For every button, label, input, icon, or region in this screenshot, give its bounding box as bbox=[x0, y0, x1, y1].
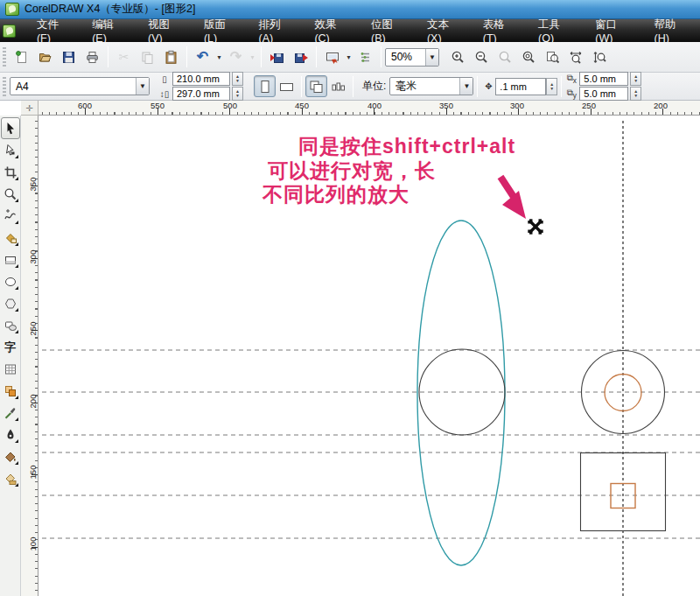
duplicate-x-spinner[interactable]: ▲▼ bbox=[630, 72, 641, 86]
eyedropper-tool[interactable] bbox=[1, 402, 20, 424]
document-icon[interactable] bbox=[3, 25, 16, 38]
units-label: 单位: bbox=[362, 79, 386, 94]
paper-width-spinner[interactable]: ▲▼ bbox=[232, 72, 243, 86]
duplicate-distance-group: ⧉x 5.0 mm ▲▼ ⧉y 5.0 mm ▲▼ bbox=[565, 72, 641, 101]
undo-dropdown[interactable]: ▾ bbox=[214, 46, 224, 69]
landscape-button[interactable] bbox=[276, 75, 298, 97]
nudge-field[interactable]: .1 mm bbox=[495, 78, 546, 95]
import-button[interactable] bbox=[265, 46, 289, 69]
hruler-label: 350 bbox=[439, 101, 453, 110]
freehand-tool[interactable] bbox=[1, 205, 20, 227]
hruler-label: 600 bbox=[78, 101, 92, 110]
paper-height-icon: ↕▯ bbox=[158, 89, 171, 99]
print-button[interactable] bbox=[80, 46, 104, 69]
all-pages-button[interactable] bbox=[305, 75, 327, 97]
save-button[interactable] bbox=[57, 46, 80, 69]
vruler-label: 350 bbox=[28, 174, 38, 195]
zoom-combo-arrow[interactable]: ▼ bbox=[425, 49, 438, 66]
scale-cursor-icon bbox=[529, 221, 542, 233]
welcome-screen-button[interactable] bbox=[354, 46, 377, 69]
copy-button[interactable] bbox=[136, 46, 159, 69]
hruler-label: 250 bbox=[582, 101, 596, 110]
duplicate-x-icon: ⧉x bbox=[565, 73, 578, 85]
paper-height-spinner[interactable]: ▲▼ bbox=[232, 87, 243, 101]
ruler-origin[interactable]: ✛ bbox=[21, 101, 38, 116]
fill-tool[interactable] bbox=[1, 445, 20, 467]
current-page-button[interactable] bbox=[327, 75, 349, 97]
open-button[interactable] bbox=[33, 46, 57, 69]
hruler-label: 500 bbox=[223, 101, 237, 110]
paper-type-value: A4 bbox=[16, 81, 29, 93]
zoom-in-button[interactable] bbox=[446, 46, 470, 69]
zoom-to-all-objects-button[interactable] bbox=[517, 46, 541, 69]
vertical-ruler[interactable]: 350 300 250 200 150 100 bbox=[21, 116, 38, 596]
rectangle-tool[interactable] bbox=[1, 249, 20, 270]
crop-tool[interactable] bbox=[1, 161, 20, 183]
launcher-dropdown[interactable]: ▾ bbox=[344, 46, 354, 69]
paper-type-arrow[interactable]: ▼ bbox=[136, 78, 149, 95]
vruler-label: 250 bbox=[28, 319, 38, 340]
zoom-out-button[interactable] bbox=[470, 46, 494, 69]
paper-height-field[interactable]: 297.0 mm bbox=[172, 87, 230, 101]
paper-width-field[interactable]: 210.0 mm bbox=[172, 72, 230, 86]
standard-toolbar: ✂ ↶ ▾ ↷ ▾ ▾ 50% ▼ bbox=[0, 42, 700, 73]
vruler-label: 200 bbox=[28, 391, 38, 412]
shape-tool[interactable] bbox=[1, 139, 20, 161]
toolbox: 字 bbox=[0, 116, 21, 596]
nudge-spinner[interactable]: ▲▼ bbox=[546, 78, 557, 95]
zoom-to-selection-button[interactable] bbox=[494, 46, 517, 69]
portrait-button[interactable] bbox=[254, 75, 276, 97]
text-tool[interactable]: 字 bbox=[1, 336, 20, 358]
zoom-to-page-button[interactable] bbox=[541, 46, 564, 69]
duplicate-y-field[interactable]: 5.0 mm bbox=[579, 87, 628, 101]
table-tool[interactable] bbox=[1, 358, 20, 380]
zoom-level-value: 50% bbox=[391, 51, 412, 63]
vruler-label: 100 bbox=[28, 534, 38, 555]
hruler-label: 450 bbox=[295, 101, 309, 110]
horizontal-ruler[interactable]: 600 550 500 450 400 350 300 250 200 bbox=[38, 101, 700, 116]
ellipse-tool[interactable] bbox=[1, 270, 20, 292]
duplicate-x-field[interactable]: 5.0 mm bbox=[579, 72, 628, 86]
new-document-button[interactable] bbox=[10, 46, 33, 69]
paper-size-group: ▯ 210.0 mm ▲▼ ↕▯ 297.0 mm ▲▼ bbox=[158, 72, 243, 101]
cut-button[interactable]: ✂ bbox=[112, 46, 136, 69]
duplicate-y-spinner[interactable]: ▲▼ bbox=[630, 87, 641, 101]
duplicate-y-icon: ⧉y bbox=[565, 88, 578, 100]
menu-bar: 文件(F) 编辑(E) 视图(V) 版面(L) 排列(A) 效果(C) 位图(B… bbox=[0, 19, 700, 42]
redo-button[interactable]: ↷ bbox=[224, 46, 248, 69]
tall-ellipse[interactable] bbox=[417, 221, 505, 565]
propbar-grip[interactable] bbox=[3, 77, 6, 96]
paper-type-combo[interactable]: A4 ▼ bbox=[10, 77, 150, 95]
vruler-label: 300 bbox=[28, 247, 38, 268]
hruler-label: 200 bbox=[654, 101, 668, 110]
smart-fill-tool[interactable] bbox=[1, 227, 20, 249]
annotation-arrow bbox=[500, 177, 526, 219]
hruler-label: 550 bbox=[150, 101, 164, 110]
pick-tool[interactable] bbox=[1, 117, 20, 139]
zoom-to-page-height-button[interactable] bbox=[588, 46, 612, 69]
drawing-canvas[interactable]: 同是按住shift+ctrl+alt 可以进行对宽，长 不同比列的放大 bbox=[38, 116, 700, 596]
paste-button[interactable] bbox=[159, 46, 183, 69]
horizontal-guidelines[interactable] bbox=[42, 350, 700, 538]
zoom-tool[interactable] bbox=[1, 183, 20, 205]
property-bar: A4 ▼ ▯ 210.0 mm ▲▼ ↕▯ 297.0 mm ▲▼ bbox=[0, 73, 700, 101]
units-arrow[interactable]: ▼ bbox=[459, 78, 472, 95]
zoom-level-combo[interactable]: 50% ▼ bbox=[385, 48, 439, 67]
hruler-label: 300 bbox=[510, 101, 524, 110]
toolbar-grip[interactable] bbox=[3, 47, 6, 67]
blend-tool[interactable] bbox=[1, 380, 20, 402]
interactive-fill-tool[interactable] bbox=[1, 467, 20, 489]
units-combo[interactable]: 毫米 ▼ bbox=[389, 77, 473, 95]
annotation-line-3: 不同比列的放大 bbox=[262, 181, 410, 208]
application-launcher-button[interactable] bbox=[320, 46, 344, 69]
polygon-tool[interactable] bbox=[1, 292, 20, 314]
zoom-to-page-width-button[interactable] bbox=[564, 46, 588, 69]
nudge-icon: ✥ bbox=[481, 81, 495, 91]
hruler-label: 400 bbox=[368, 101, 382, 110]
basic-shapes-tool[interactable] bbox=[1, 314, 20, 336]
redo-dropdown[interactable]: ▾ bbox=[248, 46, 257, 69]
undo-button[interactable]: ↶ bbox=[191, 46, 214, 69]
coreldraw-window: CorelDRAW X4（专业版）- [图形2] 文件(F) 编辑(E) 视图(… bbox=[0, 0, 700, 596]
export-button[interactable] bbox=[289, 46, 312, 69]
outline-pen-tool[interactable] bbox=[1, 424, 20, 445]
